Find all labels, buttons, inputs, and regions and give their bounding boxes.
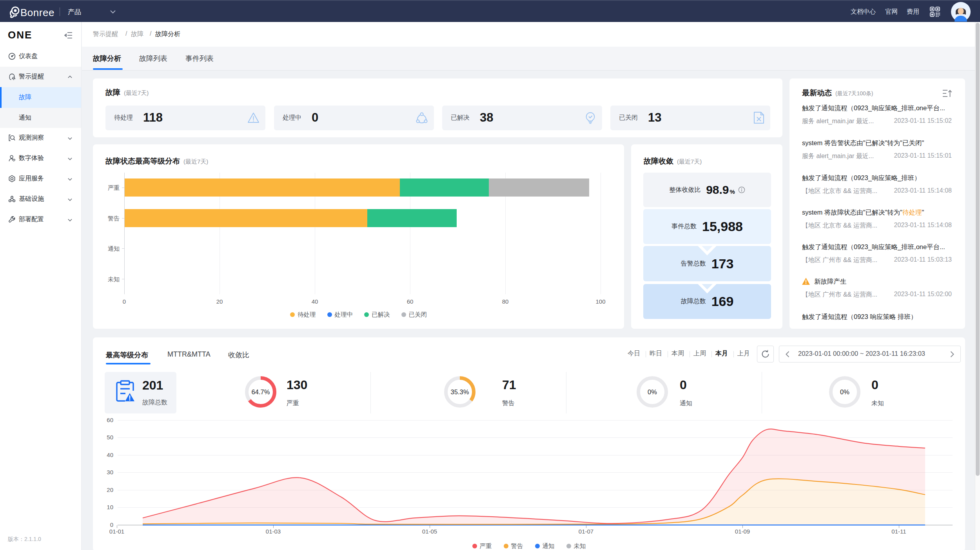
svg-text:35.3%: 35.3%	[451, 388, 469, 395]
svg-text:10: 10	[107, 504, 113, 510]
svg-text:60: 60	[407, 298, 414, 305]
svg-text:0%: 0%	[840, 388, 849, 395]
svg-text:通知: 通知	[108, 245, 120, 252]
svg-text:0: 0	[123, 298, 126, 305]
svg-text:01-09: 01-09	[735, 528, 750, 535]
svg-text:01-03: 01-03	[266, 528, 281, 535]
svg-text:警告: 警告	[108, 215, 120, 222]
svg-text:20: 20	[216, 298, 223, 305]
svg-text:100: 100	[595, 298, 605, 305]
svg-text:40: 40	[312, 298, 318, 305]
svg-text:未知: 未知	[108, 276, 120, 282]
svg-text:0: 0	[110, 521, 113, 528]
svg-text:01-07: 01-07	[579, 528, 593, 535]
svg-text:20: 20	[107, 486, 113, 493]
svg-text:01-05: 01-05	[422, 528, 437, 535]
svg-text:50: 50	[107, 434, 113, 441]
svg-text:80: 80	[502, 298, 509, 305]
svg-text:60: 60	[107, 417, 113, 423]
svg-text:30: 30	[107, 469, 113, 475]
svg-text:01-01: 01-01	[109, 528, 124, 535]
svg-text:64.7%: 64.7%	[252, 388, 270, 395]
svg-text:0%: 0%	[648, 388, 657, 395]
svg-text:40: 40	[107, 452, 113, 458]
svg-text:01-11: 01-11	[891, 528, 906, 535]
svg-text:严重: 严重	[108, 184, 120, 191]
